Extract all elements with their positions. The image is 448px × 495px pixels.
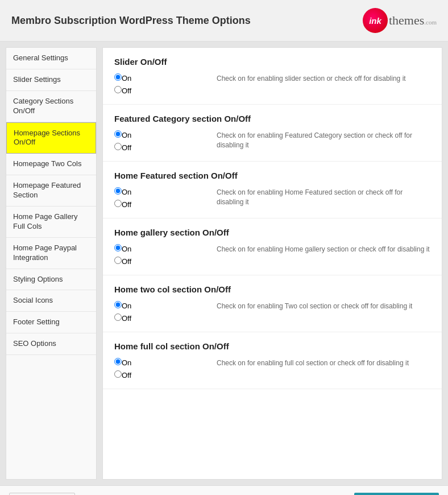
option-desc-home-featured: Check on for enabling Home Featured sect… xyxy=(205,187,430,207)
option-desc-home-two-col: Check on for enabling Two col section or… xyxy=(205,301,430,311)
section-title-home-two-col: Home two col section On/Off xyxy=(114,284,430,294)
option-group-home-featured: OnOffCheck on for enabling Home Featured… xyxy=(114,187,430,209)
radio-on-text-home-featured: On xyxy=(122,188,131,196)
radio-on-label-home-full-col[interactable]: On xyxy=(114,358,205,367)
sidebar-item-social-icons[interactable]: Social Icons xyxy=(6,290,96,312)
radio-off-home-full-col[interactable] xyxy=(114,370,122,378)
page-title: Membro Subscription WordPress Theme Opti… xyxy=(11,15,251,27)
logo: ink themes.com xyxy=(363,8,437,33)
radio-off-label-slider[interactable]: Off xyxy=(114,86,205,95)
option-desc-home-gallery: Check on for enabling Home gallery secti… xyxy=(205,244,430,254)
section-title-slider: Slider On/Off xyxy=(114,57,430,67)
radio-off-home-two-col[interactable] xyxy=(114,314,122,321)
radio-on-text-slider: On xyxy=(122,74,131,82)
sidebar-item-slider-settings[interactable]: Slider Settings xyxy=(6,69,96,91)
footer-bar: Reset Options Save All Changes xyxy=(0,485,448,495)
option-desc-featured-category: Check on for enabling Featured Category … xyxy=(205,130,430,150)
section-home-gallery: Home gallery section On/OffOnOffCheck on… xyxy=(103,218,442,275)
sidebar-item-general-settings[interactable]: General Settings xyxy=(6,48,96,69)
option-desc-home-full-col: Check on for enabling full col section o… xyxy=(205,358,430,368)
radio-on-label-featured-category[interactable]: On xyxy=(114,130,205,139)
section-home-featured: Home Featured section On/OffOnOffCheck o… xyxy=(103,162,442,218)
sidebar-item-styling-options[interactable]: Styling Options xyxy=(6,269,96,291)
radio-on-home-featured[interactable] xyxy=(114,187,122,195)
radio-off-text-home-gallery: Off xyxy=(122,257,131,266)
main-layout: General SettingsSlider SettingsCategory … xyxy=(0,42,448,485)
app-header: Membro Subscription WordPress Theme Opti… xyxy=(0,0,448,42)
sidebar-item-paypal-integration[interactable]: Home Page Paypal Integration xyxy=(6,238,96,269)
option-group-featured-category: OnOffCheck on for enabling Featured Cate… xyxy=(114,130,430,152)
option-group-slider: OnOffCheck on for enabling slider sectio… xyxy=(114,73,430,95)
radio-on-text-featured-category: On xyxy=(122,131,131,139)
section-home-two-col: Home two col section On/OffOnOffCheck on… xyxy=(103,275,442,332)
radio-on-home-gallery[interactable] xyxy=(114,244,122,251)
radio-group-home-gallery: OnOff xyxy=(114,244,205,266)
radio-off-label-home-full-col[interactable]: Off xyxy=(114,370,205,380)
radio-off-label-home-two-col[interactable]: Off xyxy=(114,314,205,323)
save-button[interactable]: Save All Changes xyxy=(354,493,439,495)
radio-on-label-slider[interactable]: On xyxy=(114,73,205,82)
sidebar-item-gallery-full-cols[interactable]: Home Page Gallery Full Cols xyxy=(6,207,96,238)
radio-on-slider[interactable] xyxy=(114,73,122,81)
section-title-home-featured: Home Featured section On/Off xyxy=(114,171,430,180)
sidebar-item-seo-options[interactable]: SEO Options xyxy=(6,333,96,355)
radio-off-text-featured-category: Off xyxy=(122,143,131,152)
sidebar-item-homepage-featured[interactable]: Homepage Featured Section xyxy=(6,175,96,207)
section-slider: Slider On/OffOnOffCheck on for enabling … xyxy=(103,48,442,105)
radio-off-text-home-featured: Off xyxy=(122,200,131,209)
logo-icon: ink xyxy=(363,8,388,33)
logo-text: themes.com xyxy=(389,13,437,28)
radio-on-text-home-full-col: On xyxy=(122,358,131,367)
radio-off-slider[interactable] xyxy=(114,86,122,93)
radio-off-label-featured-category[interactable]: Off xyxy=(114,143,205,152)
radio-group-home-featured: OnOff xyxy=(114,187,205,209)
radio-group-featured-category: OnOff xyxy=(114,130,205,152)
section-home-full-col: Home full col section On/OffOnOffCheck o… xyxy=(103,332,442,389)
sidebar-item-homepage-two-cols[interactable]: Homepage Two Cols xyxy=(6,154,96,175)
radio-on-home-full-col[interactable] xyxy=(114,358,122,365)
logo-com: .com xyxy=(424,19,437,26)
option-group-home-gallery: OnOffCheck on for enabling Home gallery … xyxy=(114,244,430,266)
sidebar-item-category-sections[interactable]: Category Sections On/Off xyxy=(6,91,96,122)
radio-group-slider: OnOff xyxy=(114,73,205,95)
section-featured-category: Featured Category section On/OffOnOffChe… xyxy=(103,105,442,162)
sidebar-item-homepage-sections[interactable]: Homepage Sections On/Off xyxy=(6,122,96,154)
radio-off-text-home-full-col: Off xyxy=(122,371,131,380)
radio-on-home-two-col[interactable] xyxy=(114,301,122,308)
option-desc-slider: Check on for enabling slider section or … xyxy=(205,73,430,84)
radio-group-home-full-col: OnOff xyxy=(114,358,205,380)
radio-on-text-home-two-col: On xyxy=(122,302,131,310)
radio-off-text-slider: Off xyxy=(122,86,131,95)
sidebar: General SettingsSlider SettingsCategory … xyxy=(6,47,97,480)
reset-button[interactable]: Reset Options xyxy=(9,493,75,495)
option-group-home-full-col: OnOffCheck on for enabling full col sect… xyxy=(114,358,430,380)
radio-on-featured-category[interactable] xyxy=(114,130,122,138)
radio-off-featured-category[interactable] xyxy=(114,143,122,150)
content-panel: Slider On/OffOnOffCheck on for enabling … xyxy=(102,47,442,480)
section-title-home-full-col: Home full col section On/Off xyxy=(114,341,430,351)
sidebar-item-footer-setting[interactable]: Footer Setting xyxy=(6,312,96,333)
radio-on-label-home-featured[interactable]: On xyxy=(114,187,205,196)
radio-group-home-two-col: OnOff xyxy=(114,301,205,323)
radio-on-text-home-gallery: On xyxy=(122,245,131,253)
radio-off-text-home-two-col: Off xyxy=(122,314,131,323)
section-title-home-gallery: Home gallery section On/Off xyxy=(114,228,430,237)
radio-off-label-home-gallery[interactable]: Off xyxy=(114,257,205,266)
radio-off-label-home-featured[interactable]: Off xyxy=(114,200,205,209)
radio-on-label-home-gallery[interactable]: On xyxy=(114,244,205,253)
section-title-featured-category: Featured Category section On/Off xyxy=(114,114,430,123)
radio-off-home-featured[interactable] xyxy=(114,200,122,207)
option-group-home-two-col: OnOffCheck on for enabling Two col secti… xyxy=(114,301,430,323)
radio-off-home-gallery[interactable] xyxy=(114,257,122,264)
radio-on-label-home-two-col[interactable]: On xyxy=(114,301,205,310)
